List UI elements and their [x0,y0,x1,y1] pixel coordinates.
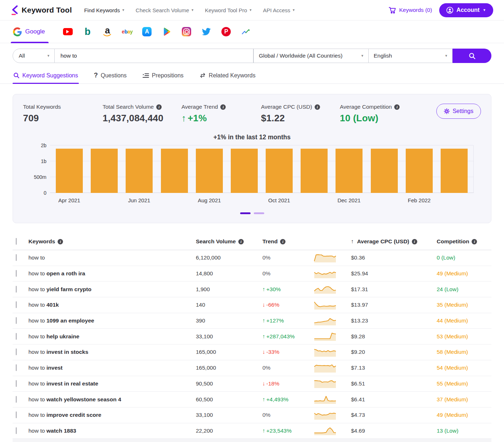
platform-tab-youtube[interactable] [58,21,78,43]
chart-bar[interactable] [266,149,293,193]
keyword-prefix: how to [28,380,46,387]
country-select[interactable]: Global / Worldwide (All Countries) ▼ [253,49,369,63]
chevron-down-icon: ▼ [191,9,194,12]
settings-button[interactable]: Settings [436,104,481,119]
row-checkbox-cell [13,380,28,387]
scope-select[interactable]: All ▼ [13,49,55,63]
chart-bar[interactable] [161,149,188,193]
search-volume-cell: 6,120,000 [196,254,262,261]
trend-value: +23,543% [266,428,292,434]
platform-tab-google-trends[interactable] [236,21,256,43]
chart-bar[interactable] [441,149,468,193]
trend-sparkline [314,269,337,279]
chart-bars [50,145,473,193]
menu-keyword-tool-pro[interactable]: Keyword Tool Pro▼ [205,7,252,13]
platform-tab-amazon[interactable]: a [98,21,117,43]
search-button[interactable] [453,49,491,63]
row-checkbox[interactable] [16,270,17,277]
keyword-cell: how to 401k [28,302,196,308]
sparkline-cell [314,410,351,420]
row-checkbox[interactable] [16,317,17,324]
chart-bar[interactable] [231,149,258,193]
chart-bar[interactable] [91,149,118,193]
table-row[interactable]: how to help ukraine33,100↑+287,043%$9.28… [13,329,491,344]
platform-tab-twitter[interactable] [197,21,216,43]
info-icon[interactable]: i [156,104,162,110]
chart-bar[interactable] [371,149,398,193]
brand-logo[interactable]: Keyword Tool [11,5,72,15]
tab-keyword-suggestions[interactable]: Keyword Suggestions [13,68,79,84]
table-row[interactable]: how to watch yellowstone season 460,500↑… [13,392,491,407]
chart-bar[interactable] [56,149,83,193]
platform-tab-ebay[interactable]: ebay [117,21,137,43]
keyword-prefix: how to [28,365,46,371]
platform-tab-pinterest[interactable]: P [216,21,236,43]
row-checkbox[interactable] [16,380,17,387]
info-icon[interactable]: i [220,104,226,110]
table-row[interactable]: how to6,120,0000%$0.360 (Low) [13,250,491,266]
info-icon[interactable]: i [412,239,417,244]
trend-value: 0% [262,270,270,276]
chart-bar[interactable] [126,149,153,193]
chart-bar[interactable] [336,149,363,193]
table-row[interactable]: how to watch 188322,200↑+23,543%$4.6913 … [13,423,491,439]
tab-prepositions[interactable]: Prepositions [142,68,184,84]
menu-find-keywords[interactable]: Find Keywords▼ [84,7,125,13]
competition-cell: 49 (Medium) [437,270,491,277]
info-icon[interactable]: i [58,239,63,244]
tab-related-keywords[interactable]: Related Keywords [199,68,256,84]
chart-page-dot[interactable] [240,212,251,214]
table-row[interactable]: how to invest in real estate90,500↓-18%$… [13,376,491,392]
platform-tab-bing[interactable]: b [78,21,98,43]
row-checkbox[interactable] [16,333,17,340]
trend-sparkline [314,347,337,357]
trend-value: 0% [262,365,270,371]
platform-tab-google-play[interactable] [157,21,177,43]
row-checkbox[interactable] [16,286,17,293]
info-icon[interactable]: i [238,239,244,244]
chart-page-dot[interactable] [254,212,264,214]
platform-tab-instagram[interactable] [177,21,197,43]
chart-bar[interactable] [196,149,223,193]
language-select[interactable]: English ▼ [369,49,453,63]
row-checkbox[interactable] [16,411,17,418]
row-checkbox[interactable] [16,301,17,308]
row-checkbox[interactable] [16,396,17,403]
sparkline-cell [314,269,351,279]
column-header-cpc[interactable]: ↑ Average CPC (USD)i [351,238,437,245]
table-row[interactable]: how to improve credit score33,1000%$4.73… [13,407,491,423]
tab-questions[interactable]: ? Questions [93,68,127,84]
row-checkbox[interactable] [16,364,17,371]
menu-check-search-volume[interactable]: Check Search Volume▼ [136,7,194,13]
column-header-keywords[interactable]: Keywordsi [28,238,196,245]
keywords-cart-link[interactable]: Keywords (0) [389,7,432,14]
chart-bar[interactable] [406,149,433,193]
column-header-search-volume[interactable]: Search Volumei [196,238,262,245]
row-checkbox[interactable] [16,254,17,261]
table-row[interactable]: how to open a roth ira14,8000%$25.9449 (… [13,266,491,282]
platform-tab-app-store[interactable]: A [137,21,157,43]
platform-tab-google[interactable]: Google [11,21,49,43]
chart-bar[interactable] [301,149,328,193]
info-icon[interactable]: i [394,104,400,110]
menu-api-access[interactable]: API Access▼ [263,7,295,13]
table-row[interactable]: how to invest in stocks165,000↓-33%$9.20… [13,344,491,360]
column-header-competition[interactable]: Competitioni [437,238,491,245]
table-row[interactable]: how to 401k140↓-66%$13.9735 (Medium) [13,297,491,313]
keyword-suffix: invest in real estate [46,380,98,387]
info-icon[interactable]: i [280,239,285,244]
search-input[interactable] [55,49,253,63]
trend-sparkline [314,284,337,294]
google-play-icon [162,27,171,36]
row-checkbox[interactable] [16,348,17,355]
account-button[interactable]: Account ▼ [439,3,493,17]
info-icon[interactable]: i [472,239,477,244]
column-header-trend[interactable]: Trendi [262,238,314,245]
table-row[interactable]: how to 1099 an employee390↑+127%$13.2344… [13,313,491,329]
row-checkbox[interactable] [16,427,17,434]
chart-x-tick-label: Jun 2021 [128,197,150,203]
table-row[interactable]: how to invest165,0000%$7.1354 (Medium) [13,360,491,376]
table-row[interactable]: how to yield farm crypto1,900↑+30%$17.31… [13,281,491,297]
info-icon[interactable]: i [315,104,320,110]
select-all-checkbox[interactable] [16,238,17,245]
